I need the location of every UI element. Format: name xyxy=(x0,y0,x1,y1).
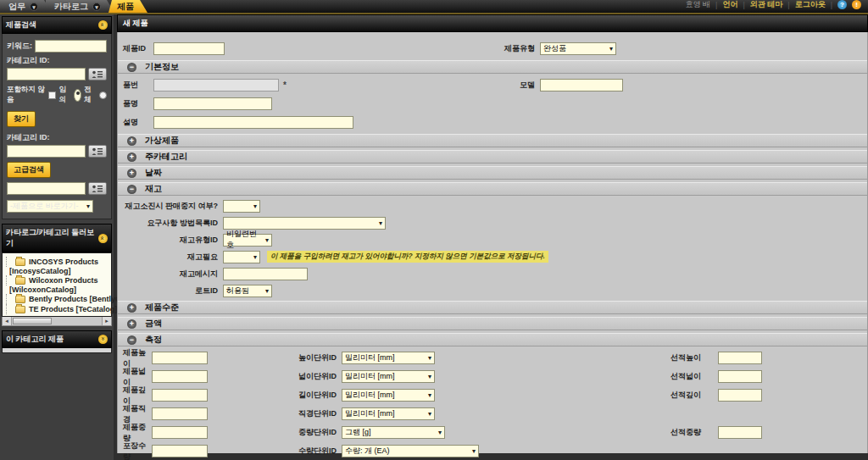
chevron-down-icon: ▾ xyxy=(265,236,269,244)
tree-item-wilcoxon[interactable]: Wilcoxon Products [WilcoxonCatalog] xyxy=(6,275,109,294)
height-unit-select[interactable]: 밀리미터 [mm] ▾ xyxy=(342,352,435,364)
tree-item-te[interactable]: TE Products [TeCatalog] xyxy=(6,304,109,314)
jump-to-product-select[interactable]: -제품으로 바로가기- ▾ xyxy=(7,200,93,213)
tab-product[interactable]: 제품 xyxy=(108,0,147,13)
inventory-type-select[interactable]: 비일련번호 ▾ xyxy=(223,234,272,247)
expand-plus-icon[interactable]: + xyxy=(127,152,136,162)
top-bar: 업무 ▾ 카타로그 ▾ 제품 효영 배 | 언어 | 외관 테마 | 로그아웃 … xyxy=(0,0,868,14)
ship-weight-input[interactable] xyxy=(718,426,762,439)
category-lookup-button[interactable] xyxy=(88,145,107,158)
section-basic-info[interactable]: − 기본정보 xyxy=(118,60,867,74)
catalog-tree: INCOSYS Products [IncosysCatalog] Wilcox… xyxy=(2,252,112,317)
depth-unit-select[interactable]: 밀리미터 [mm] ▾ xyxy=(342,389,435,402)
product-search-panel: 제품검색 » 키워드: 카테고리 ID: xyxy=(2,16,112,219)
section-inventory[interactable]: − 재고 xyxy=(118,182,867,196)
product-type-label: 제품유형 xyxy=(482,43,535,54)
alert-icon[interactable]: ! xyxy=(852,0,861,9)
product-depth-input[interactable] xyxy=(152,389,208,402)
any-radio[interactable] xyxy=(74,89,81,102)
ship-width-input[interactable] xyxy=(718,370,762,383)
tab-catalog[interactable]: 카타로그 ▾ xyxy=(46,0,114,13)
model-input[interactable] xyxy=(540,79,623,91)
tree-horizontal-scrollbar[interactable]: ◂ ▸ xyxy=(2,317,112,326)
catalog-browse-panel: 카타로그/카테고리 둘러보기 » INCOSYS Products [Incos… xyxy=(2,224,112,326)
help-icon[interactable]: ? xyxy=(837,0,847,9)
collapse-minus-icon[interactable]: − xyxy=(127,63,136,72)
scroll-right-icon[interactable]: ▸ xyxy=(102,317,111,325)
weight-unit-select[interactable]: 그램 [g] ▾ xyxy=(342,426,445,439)
expand-plus-icon[interactable]: + xyxy=(127,303,136,313)
find-button[interactable]: 찾기 xyxy=(7,111,36,127)
chevron-down-icon: ▾ xyxy=(253,253,257,261)
collapse-icon[interactable]: » xyxy=(98,20,108,30)
advanced-search-button[interactable]: 고급검색 xyxy=(7,162,51,178)
chevron-down-icon[interactable]: ▾ xyxy=(30,3,38,11)
chevron-down-icon: ▾ xyxy=(86,202,90,210)
lot-id-select[interactable]: 허용됨 ▾ xyxy=(223,285,272,297)
name-input[interactable] xyxy=(153,97,272,110)
section-price[interactable]: + 금액 xyxy=(118,317,867,330)
product-type-select[interactable]: 완성품 ▾ xyxy=(540,42,616,55)
product-diameter-input[interactable] xyxy=(152,407,208,420)
stop-sale-select[interactable]: ▾ xyxy=(223,200,260,213)
desc-input[interactable] xyxy=(153,116,353,129)
category-products-header[interactable]: 이 카테고리 제품 » xyxy=(2,330,112,348)
collapse-minus-icon[interactable]: − xyxy=(127,185,136,194)
section-measurement[interactable]: − 측정 xyxy=(118,333,867,346)
ship-height-input[interactable] xyxy=(718,352,762,364)
chevron-down-icon: ▾ xyxy=(428,410,431,418)
chevron-down-icon: ▾ xyxy=(265,287,269,295)
folder-icon xyxy=(15,277,25,285)
qty-unit-select[interactable]: 수량: 개 (EA) ▾ xyxy=(342,445,479,457)
scrollbar-thumb[interactable] xyxy=(13,318,52,324)
package-qty-input[interactable] xyxy=(152,445,208,457)
section-dates[interactable]: + 날짜 xyxy=(118,166,867,180)
chevron-down-icon[interactable]: ▾ xyxy=(92,3,101,11)
chevron-down-icon: ▾ xyxy=(428,373,431,380)
inventory-message-input[interactable] xyxy=(223,268,308,280)
chevron-down-icon: ▾ xyxy=(379,219,382,227)
collapse-minus-icon[interactable]: − xyxy=(127,335,136,345)
expand-plus-icon[interactable]: + xyxy=(127,136,136,146)
section-main-category[interactable]: + 주카테고리 xyxy=(118,150,867,163)
measure-row-height: 제품높이 높이단위ID 밀리미터 [mm] ▾ 선적높이 xyxy=(123,351,862,365)
product-height-input[interactable] xyxy=(152,352,208,364)
language-link[interactable]: 언어 xyxy=(722,0,737,10)
expand-plus-icon[interactable]: + xyxy=(127,169,136,178)
measure-row-weight: 제품중량 중량단위ID 그램 [g] ▾ 선적중량 xyxy=(123,425,862,440)
section-virtual-product[interactable]: + 가상제품 xyxy=(118,134,867,147)
category-id2-input[interactable] xyxy=(7,145,86,158)
tree-item-bently[interactable]: Bently Products [BentlyCatalog] xyxy=(6,294,109,304)
logout-link[interactable]: 로그아웃 xyxy=(795,0,826,10)
category-products-panel: 이 카테고리 제품 » xyxy=(2,330,112,353)
tab-work[interactable]: 업무 ▾ xyxy=(0,0,52,13)
inventory-required-select[interactable]: ▾ xyxy=(223,251,260,263)
requirement-method-select[interactable]: ▾ xyxy=(223,217,386,230)
tree-item-incosys[interactable]: INCOSYS Products [IncosysCatalog] xyxy=(6,257,109,275)
width-unit-select[interactable]: 밀리미터 [mm] ▾ xyxy=(342,370,435,383)
scroll-left-icon[interactable]: ◂ xyxy=(3,317,12,325)
category-lookup-button[interactable] xyxy=(88,68,107,80)
product-width-input[interactable] xyxy=(152,370,208,383)
category-id-input[interactable] xyxy=(7,68,86,80)
ship-depth-input[interactable] xyxy=(718,389,762,402)
keyword-input[interactable] xyxy=(35,40,107,53)
new-product-form: 제품ID 제품유형 완성품 ▾ − 기본정보 품번 * xyxy=(117,32,868,453)
theme-link[interactable]: 외관 테마 xyxy=(750,0,783,10)
product-search-header[interactable]: 제품검색 » xyxy=(2,16,112,34)
catalog-browse-header[interactable]: 카타로그/카테고리 둘러보기 » xyxy=(2,224,112,252)
product-weight-input[interactable] xyxy=(152,426,208,439)
diameter-unit-select[interactable]: 밀리미터 [mm] ▾ xyxy=(342,407,435,420)
section-product-level[interactable]: + 제품수준 xyxy=(118,301,867,314)
category-lookup-button[interactable] xyxy=(88,182,107,195)
product-id-input[interactable] xyxy=(153,42,225,55)
quick-search-input[interactable] xyxy=(7,182,86,195)
person-list-icon xyxy=(92,70,103,79)
user-name: 효영 배 xyxy=(686,0,711,10)
collapse-icon[interactable]: » xyxy=(98,335,108,344)
expand-plus-icon[interactable]: + xyxy=(127,319,136,329)
part-no-input[interactable] xyxy=(153,79,279,91)
all-radio[interactable] xyxy=(99,91,107,99)
collapse-icon[interactable]: » xyxy=(98,234,108,243)
exclude-checkbox[interactable] xyxy=(48,91,56,99)
